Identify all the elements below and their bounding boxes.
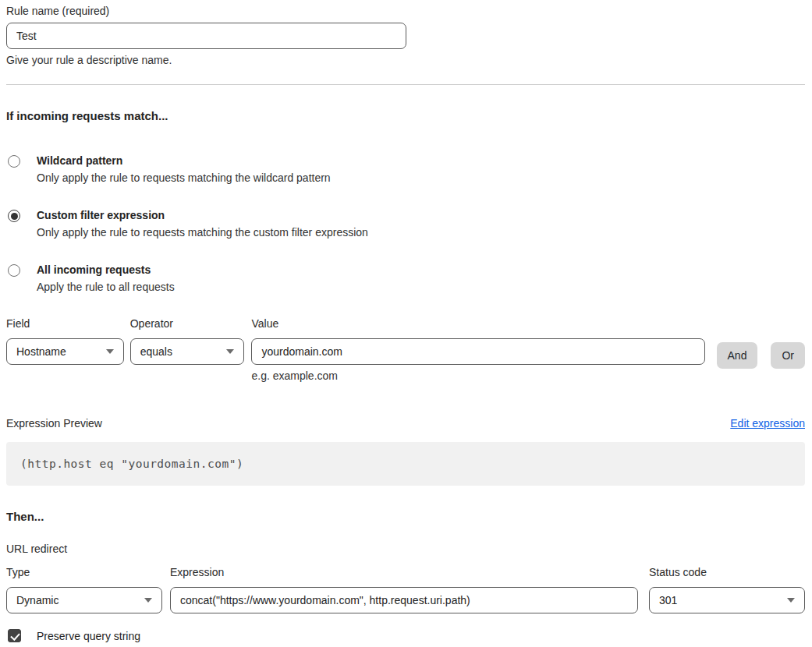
wildcard-pattern-label: Wildcard pattern	[37, 154, 122, 167]
custom-filter-description: Only apply the rule to requests matching…	[37, 226, 368, 239]
radio-option-custom-filter[interactable]: Custom filter expression Only apply the …	[6, 208, 805, 239]
rule-name-section: Rule name (required) Give your rule a de…	[6, 5, 406, 66]
chevron-down-icon	[226, 349, 234, 354]
type-label: Type	[6, 566, 162, 578]
redirect-expression-input[interactable]	[170, 587, 638, 613]
operator-select[interactable]: equals	[130, 338, 245, 365]
radio-option-all-requests[interactable]: All incoming requests Apply the rule to …	[6, 263, 805, 293]
value-help: e.g. example.com	[251, 369, 704, 382]
status-code-select[interactable]: 301	[649, 587, 805, 613]
status-code-label: Status code	[649, 566, 805, 578]
chevron-down-icon	[144, 598, 152, 603]
value-label: Value	[251, 317, 704, 330]
field-select[interactable]: Hostname	[6, 338, 124, 365]
custom-filter-radio[interactable]	[8, 210, 20, 222]
expression-preview-code: (http.host eq "yourdomain.com")	[6, 442, 805, 486]
url-redirect-label: URL redirect	[6, 543, 805, 555]
redirect-rule-form: Rule name (required) Give your rule a de…	[0, 0, 812, 647]
redirect-expression-label: Expression	[170, 566, 638, 578]
chevron-down-icon	[106, 349, 114, 354]
redirect-builder-row: Type Dynamic Expression Status code 301	[6, 566, 805, 613]
field-select-value: Hostname	[16, 345, 66, 358]
field-label: Field	[6, 317, 124, 330]
filter-builder-row: Field Hostname Operator equals Value e.g…	[6, 317, 805, 382]
preserve-query-row[interactable]: Preserve query string	[6, 629, 805, 642]
rule-name-label: Rule name (required)	[6, 5, 406, 17]
and-button[interactable]: And	[717, 342, 758, 369]
radio-option-wildcard-pattern[interactable]: Wildcard pattern Only apply the rule to …	[6, 154, 805, 184]
operator-label: Operator	[130, 317, 245, 330]
match-section-heading: If incoming requests match...	[6, 109, 805, 122]
all-requests-label: All incoming requests	[37, 263, 151, 276]
chevron-down-icon	[787, 598, 795, 603]
expression-preview-label: Expression Preview	[6, 417, 102, 430]
preserve-query-checkbox[interactable]	[8, 629, 21, 642]
rule-name-input[interactable]	[6, 23, 406, 49]
then-section-heading: Then...	[6, 510, 805, 523]
edit-expression-link[interactable]: Edit expression	[730, 417, 805, 430]
redirect-type-select[interactable]: Dynamic	[6, 587, 162, 613]
redirect-type-value: Dynamic	[16, 594, 59, 606]
preserve-query-label: Preserve query string	[37, 630, 140, 642]
all-requests-radio[interactable]	[8, 264, 20, 277]
status-code-value: 301	[659, 594, 677, 606]
wildcard-pattern-radio[interactable]	[8, 155, 20, 168]
custom-filter-label: Custom filter expression	[37, 209, 165, 221]
match-type-radio-group: Wildcard pattern Only apply the rule to …	[6, 154, 805, 293]
value-input[interactable]	[251, 338, 704, 365]
rule-name-help: Give your rule a descriptive name.	[6, 54, 406, 66]
all-requests-description: Apply the rule to all requests	[37, 281, 175, 293]
wildcard-pattern-description: Only apply the rule to requests matching…	[37, 171, 331, 184]
or-button[interactable]: Or	[771, 342, 805, 369]
section-divider	[6, 84, 805, 85]
operator-select-value: equals	[140, 345, 172, 358]
